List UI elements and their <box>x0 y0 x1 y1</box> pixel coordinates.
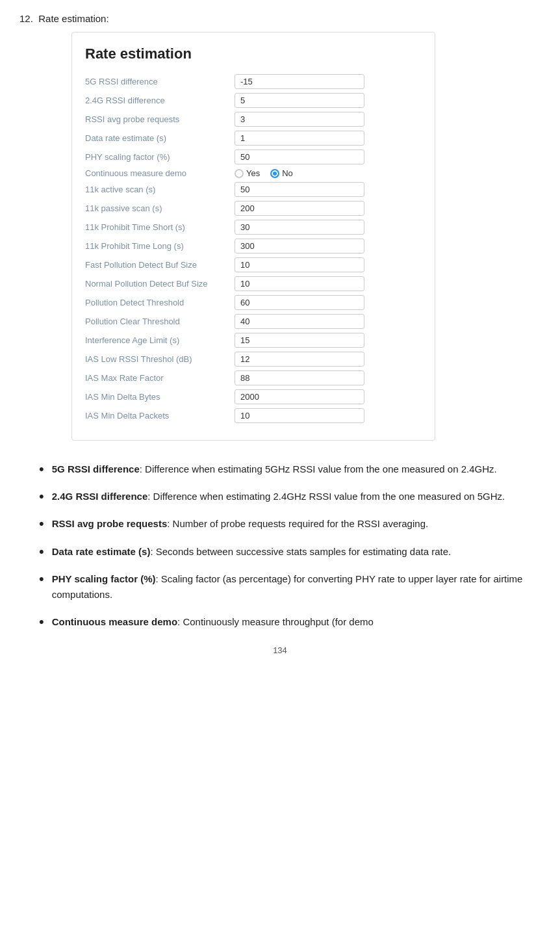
input-11k-prohibit-short[interactable] <box>235 220 364 235</box>
input-rssi-avg-probe[interactable] <box>235 112 364 127</box>
label-11k-passive-scan: 11k passive scan (s) <box>85 203 235 213</box>
label-ias-max-rate: IAS Max Rate Factor <box>85 373 235 383</box>
input-fast-pollution-buf[interactable] <box>235 257 364 272</box>
input-2_4g-rssi-diff[interactable] <box>235 93 364 108</box>
bullet-item-3: •Data rate estimate (s): Seconds between… <box>39 544 541 560</box>
bullet-item-5: •Continuous measure demo: Continuously m… <box>39 614 541 630</box>
form-row-pollution-detect: Pollution Detect Threshold <box>85 295 415 310</box>
label-ias-min-delta-bytes: IAS Min Delta Bytes <box>85 392 235 402</box>
input-11k-passive-scan[interactable] <box>235 201 364 216</box>
bullet-text-2: RSSI avg probe requests: Number of probe… <box>52 516 428 532</box>
box-title: Rate estimation <box>85 45 415 62</box>
label-11k-prohibit-long: 11k Prohibit Time Long (s) <box>85 241 235 251</box>
input-data-rate-estimate[interactable] <box>235 131 364 146</box>
input-11k-active-scan[interactable] <box>235 182 364 197</box>
input-pollution-detect[interactable] <box>235 295 364 310</box>
bullet-section: •5G RSSI difference: Difference when est… <box>39 461 541 630</box>
input-ias-max-rate[interactable] <box>235 370 364 385</box>
bullet-term-4: PHY scaling factor (%) <box>52 573 156 584</box>
radio-group-continuous-measure[interactable]: YesNo <box>235 168 293 178</box>
form-row-continuous-measure: Continuous measure demoYesNo <box>85 168 415 178</box>
label-pollution-detect: Pollution Detect Threshold <box>85 298 235 307</box>
label-rssi-avg-probe: RSSI avg probe requests <box>85 114 235 124</box>
label-interference-age: Interference Age Limit (s) <box>85 335 235 345</box>
input-pollution-clear[interactable] <box>235 314 364 329</box>
bullet-item-1: •2.4G RSSI difference: Difference when e… <box>39 489 541 504</box>
bullet-dot-3: • <box>39 544 44 560</box>
form-row-11k-passive-scan: 11k passive scan (s) <box>85 201 415 216</box>
bullet-term-0: 5G RSSI difference <box>52 463 140 474</box>
bullet-item-2: •RSSI avg probe requests: Number of prob… <box>39 516 541 532</box>
label-ias-low-rssi: IAS Low RSSI Threshol (dB) <box>85 354 235 364</box>
form-row-ias-low-rssi: IAS Low RSSI Threshol (dB) <box>85 352 415 367</box>
radio-label-no: No <box>282 168 293 178</box>
bullet-dot-0: • <box>39 461 44 477</box>
radio-option-yes[interactable]: Yes <box>235 168 260 178</box>
form-row-interference-age: Interference Age Limit (s) <box>85 333 415 348</box>
label-ias-min-delta-packets: IAS Min Delta Packets <box>85 411 235 421</box>
bullet-term-3: Data rate estimate (s) <box>52 546 151 557</box>
radio-circle-no <box>270 169 279 178</box>
bullet-dot-2: • <box>39 516 44 532</box>
label-11k-active-scan: 11k active scan (s) <box>85 185 235 194</box>
input-interference-age[interactable] <box>235 333 364 348</box>
label-pollution-clear: Pollution Clear Threshold <box>85 317 235 326</box>
radio-label-yes: Yes <box>246 168 260 178</box>
label-continuous-measure: Continuous measure demo <box>85 168 235 178</box>
input-ias-min-delta-bytes[interactable] <box>235 389 364 404</box>
section-number: 12. Rate estimation: <box>19 13 541 24</box>
input-normal-pollution-buf[interactable] <box>235 276 364 291</box>
label-normal-pollution-buf: Normal Pollution Detect Buf Size <box>85 279 235 289</box>
label-phy-scaling: PHY scaling factor (%) <box>85 152 235 162</box>
form-row-ias-min-delta-bytes: IAS Min Delta Bytes <box>85 389 415 404</box>
form-row-pollution-clear: Pollution Clear Threshold <box>85 314 415 329</box>
form-row-ias-min-delta-packets: IAS Min Delta Packets <box>85 408 415 423</box>
rate-estimation-box: Rate estimation 5G RSSI difference2.4G R… <box>71 32 435 441</box>
bullet-text-0: 5G RSSI difference: Difference when esti… <box>52 461 497 477</box>
form-row-5g-rssi-diff: 5G RSSI difference <box>85 74 415 89</box>
input-ias-low-rssi[interactable] <box>235 352 364 367</box>
form-row-phy-scaling: PHY scaling factor (%) <box>85 149 415 164</box>
input-phy-scaling[interactable] <box>235 149 364 164</box>
bullet-dot-4: • <box>39 571 44 587</box>
input-11k-prohibit-long[interactable] <box>235 239 364 253</box>
label-2_4g-rssi-diff: 2.4G RSSI difference <box>85 96 235 105</box>
bullet-item-0: •5G RSSI difference: Difference when est… <box>39 461 541 477</box>
label-11k-prohibit-short: 11k Prohibit Time Short (s) <box>85 222 235 232</box>
radio-option-no[interactable]: No <box>270 168 293 178</box>
label-5g-rssi-diff: 5G RSSI difference <box>85 77 235 86</box>
bullet-item-4: •PHY scaling factor (%): Scaling factor … <box>39 571 541 603</box>
radio-circle-yes <box>235 169 244 178</box>
form-row-11k-active-scan: 11k active scan (s) <box>85 182 415 197</box>
input-ias-min-delta-packets[interactable] <box>235 408 364 423</box>
form-row-normal-pollution-buf: Normal Pollution Detect Buf Size <box>85 276 415 291</box>
bullet-text-3: Data rate estimate (s): Seconds between … <box>52 544 451 560</box>
bullet-term-2: RSSI avg probe requests <box>52 518 168 529</box>
input-5g-rssi-diff[interactable] <box>235 74 364 89</box>
bullet-term-5: Continuous measure demo <box>52 616 177 627</box>
page-number: 134 <box>19 645 541 655</box>
bullet-dot-1: • <box>39 489 44 504</box>
bullet-text-1: 2.4G RSSI difference: Difference when es… <box>52 489 505 504</box>
form-row-11k-prohibit-short: 11k Prohibit Time Short (s) <box>85 220 415 235</box>
form-row-2_4g-rssi-diff: 2.4G RSSI difference <box>85 93 415 108</box>
label-data-rate-estimate: Data rate estimate (s) <box>85 133 235 143</box>
bullet-text-4: PHY scaling factor (%): Scaling factor (… <box>52 571 541 603</box>
bullet-term-1: 2.4G RSSI difference <box>52 491 148 502</box>
form-row-data-rate-estimate: Data rate estimate (s) <box>85 131 415 146</box>
form-row-rssi-avg-probe: RSSI avg probe requests <box>85 112 415 127</box>
bullet-dot-5: • <box>39 614 44 630</box>
form-row-ias-max-rate: IAS Max Rate Factor <box>85 370 415 385</box>
form-row-fast-pollution-buf: Fast Pollution Detect Buf Size <box>85 257 415 272</box>
label-fast-pollution-buf: Fast Pollution Detect Buf Size <box>85 260 235 270</box>
form-row-11k-prohibit-long: 11k Prohibit Time Long (s) <box>85 239 415 253</box>
bullet-text-5: Continuous measure demo: Continuously me… <box>52 614 374 630</box>
